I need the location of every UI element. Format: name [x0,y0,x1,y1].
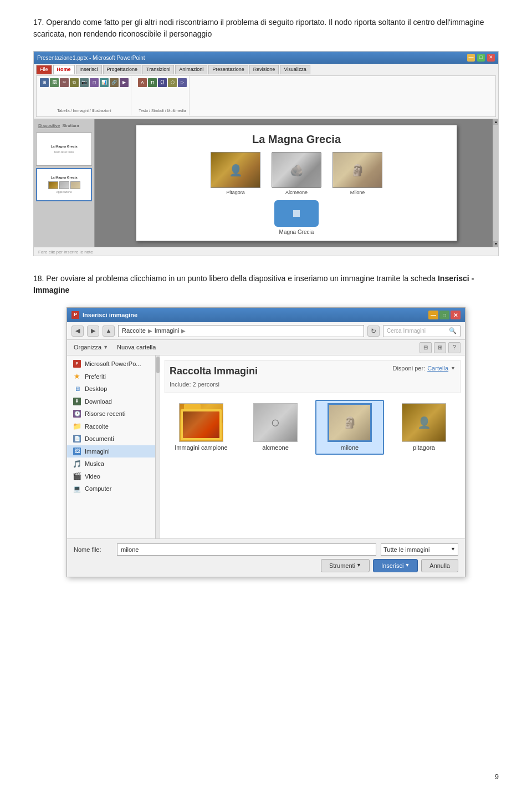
ppt-slide-magna-grecia-box: Magna Grecia [274,200,319,236]
dialog-sidebar-download-icon: ⬇ [73,398,81,405]
dialog-minimize-btn[interactable]: — [428,311,438,319]
ppt-titlebar: Presentazione1.pptx - Microsoft PowerPoi… [34,52,498,64]
dialog-sidebar-item-raccolte[interactable]: 📁 Raccolte [67,420,160,433]
ppt-album-icon[interactable]: 📷 [80,78,89,87]
ppt-forme-icon[interactable]: ◻ [90,78,99,87]
ppt-ribbon-content: ⊞ 🖼 ✂ ⧉ 📷 ◻ 📊 🔗 ▶ Tabella / Immagini / I… [36,75,496,117]
ppt-img-box-pitagora[interactable]: 👤 Pitagora [211,152,260,197]
ppt-minimize-btn[interactable]: — [467,54,475,62]
ppt-tabella-icon[interactable]: ⊞ [40,78,49,87]
dialog-path-raccolte[interactable]: Raccolte [122,326,146,336]
ppt-img-box-milone[interactable]: 🗿 Milone [332,152,382,197]
ppt-tab-revisione[interactable]: Revisione [249,65,279,74]
ppt-slide-btn[interactable] [274,200,319,227]
ppt-scroll-down[interactable]: ▼ [493,241,499,247]
ppt-scroll-up[interactable]: ▲ [493,119,499,125]
dialog-new-folder-label: Nuova cartella [117,343,156,352]
dialog-close-btn[interactable]: ✕ [451,311,461,319]
ppt-tab-presentazione[interactable]: Presentazione [208,65,248,74]
dialog-sidebar-item-desktop[interactable]: 🖥 Desktop [67,383,160,395]
ppt-tab-file[interactable]: File [36,65,52,74]
ppt-close-btn[interactable]: ✕ [487,54,495,62]
dialog-collection-header: Raccolta Immagini Include: 2 percorsi Di… [165,360,461,393]
dialog-new-folder-btn[interactable]: Nuova cartella [115,342,158,353]
dialog-view-icon-btn-2[interactable]: ⊞ [434,342,446,353]
dialog-search-box[interactable]: Cerca Immagini 🔍 [383,325,461,337]
dialog-title: Inserisci immagine [83,311,137,320]
text-p17: 17. Operando come fatto per gli altri no… [33,18,484,38]
dialog-back-btn[interactable]: ◀ [71,326,84,337]
dialog-file-thumb-alcmeone: ○ [253,403,298,442]
dialog-file-name-milone: milone [341,444,359,451]
dialog-available-option[interactable]: Cartella [427,364,448,373]
ppt-img-box-alcmeone[interactable]: 🪨 Alcmeone [272,152,321,197]
dialog-available-arrow-icon[interactable]: ▼ [451,365,456,373]
dialog-sidebar-item-preferiti[interactable]: ★ Preferiti [67,370,160,383]
ppt-tab-transizioni[interactable]: Transizioni [142,65,174,74]
dialog-sidebar-item-video[interactable]: 🎬 Video [67,470,160,483]
dialog-filename-input[interactable] [117,543,376,556]
ppt-canvas-area[interactable]: La Magna Grecia 👤 Pitagora 🪨 A [95,119,498,247]
dialog-sidebar-item-musica[interactable]: 🎵 Musica [67,458,160,470]
dialog-filetype-select[interactable]: Tutte le immagini ▼ [381,543,458,556]
dialog-sidebar-desktop-icon: 🖥 [73,385,81,393]
ppt-maximize-btn[interactable]: □ [477,54,485,62]
ppt-clipart-icon[interactable]: ✂ [60,78,69,87]
ppt-omega-icon[interactable]: Ω [158,78,167,87]
dialog-sidebar-item-download[interactable]: ⬇ Download [67,395,160,408]
dialog-maximize-btn[interactable]: □ [439,311,449,319]
ppt-pi-icon[interactable]: π [148,78,157,87]
dialog-refresh-btn[interactable]: ↻ [367,326,380,337]
dialog-organize-btn[interactable]: Organizza ▼ [71,342,110,353]
dialog-view-icons: ⊟ ⊞ ? [420,342,461,353]
ppt-azione-icon[interactable]: ▶ [120,78,129,87]
dialog-sidebar-item-immagini[interactable]: 🖼 Immagini [67,445,160,458]
dialog-file-thumb-milone: 🗿 [328,403,372,442]
ppt-window-controls: — □ ✕ [467,54,495,62]
dialog-sidebar-documenti-icon: 📄 [73,435,81,443]
dialog-sidebar-desktop-label: Desktop [85,384,107,394]
ppt-grafico-icon[interactable]: 📊 [100,78,109,87]
ppt-immagine-icon[interactable]: 🖼 [50,78,59,87]
ppt-text-icon[interactable]: A [138,78,147,87]
dialog-file-item-immagini-campione[interactable]: Immagini campione [167,400,236,455]
ppt-vscrollbar[interactable]: ▲ ▼ [493,119,498,247]
dialog-sidebar-item-documenti[interactable]: 📄 Documenti [67,433,160,445]
ppt-multimedia-icon[interactable]: ▷ [178,78,187,87]
dialog-view-icon-btn-1[interactable]: ⊟ [420,342,432,353]
ppt-scroll-track[interactable] [493,125,498,241]
dialog-file-item-pitagora[interactable]: 👤 pitagora [390,400,458,455]
ppt-slide[interactable]: La Magna Grecia 👤 Pitagora 🪨 A [136,125,457,241]
ppt-slide-thumb-1[interactable]: La Magna Grecia testo testo testo [36,133,92,166]
dialog-forward-btn[interactable]: ▶ [87,326,99,337]
ppt-link-icon[interactable]: 🔗 [110,78,119,87]
dialog-file-item-alcmeone[interactable]: ○ alcmeone [241,400,310,455]
ppt-panel-tab-diapositive[interactable]: Diapositive [38,123,60,129]
ppt-notes-bar[interactable]: Fare clic per inserire le note [34,247,498,256]
ppt-screenshot-icon[interactable]: ⧉ [70,78,79,87]
ppt-tab-visualizza[interactable]: Visualizza [280,65,310,74]
dialog-search-icon[interactable]: 🔍 [449,326,457,336]
dialog-file-item-milone[interactable]: 🗿 milone [315,400,384,455]
dialog-tools-btn[interactable]: Strumenti ▼ [321,559,370,572]
ppt-slide-thumb-2[interactable]: La Magna Grecia Applicazione [36,168,92,201]
dialog-sidebar-item-risorse[interactable]: 🕐 Risorse recenti [67,408,160,420]
ppt-panel-tab-struttura[interactable]: Struttura [62,123,79,129]
dialog-sidebar-item-computer[interactable]: 💻 Computer [67,482,160,495]
dialog-sidebar-item-ppt[interactable]: P Microsoft PowerPo... [67,358,160,370]
dialog-file-thumb-immagini-campione [179,403,223,442]
dialog-organize-label: Organizza [74,343,101,352]
dialog-path-immagini[interactable]: Immagini [155,326,180,336]
dialog-up-btn[interactable]: ▲ [103,326,115,337]
ppt-tab-progettazione[interactable]: Progettazione [103,65,142,74]
dialog-sidebar-computer-label: Computer [85,484,111,494]
ppt-oggetti-icon[interactable]: ⬡ [168,78,177,87]
dialog-path-bar[interactable]: Raccolte ▶ Immagini ▶ [118,325,364,337]
ppt-tab-animazioni[interactable]: Animazioni [175,65,207,74]
ppt-tab-inserisci[interactable]: Inserisci [76,65,102,74]
dialog-help-icon-btn[interactable]: ? [448,342,461,353]
dialog-cancel-btn[interactable]: Annulla [421,559,458,572]
ppt-tab-home[interactable]: Home [53,65,75,74]
dialog-insert-btn[interactable]: Inserisci ▼ [373,559,418,572]
dialog-sidebar-scrollbar[interactable] [155,355,160,538]
